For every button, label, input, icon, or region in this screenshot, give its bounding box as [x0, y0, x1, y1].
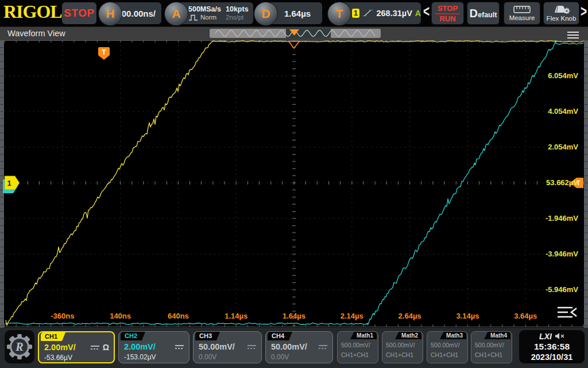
- oscilloscope-screen: RIGOL STOP 500.00ns/ H 500MSa/s Norm 10k…: [0, 0, 588, 368]
- time-label: 2.64µs: [399, 312, 421, 321]
- sound-muted-icon: [555, 332, 564, 340]
- voltage-label: 53.662µV: [546, 178, 578, 187]
- view-title-bar: Waveform View: [0, 26, 588, 40]
- top-bar: RIGOL STOP 500.00ns/ H 500MSa/s Norm 10k…: [0, 0, 588, 26]
- time-label: 3.64µs: [514, 312, 537, 321]
- ch4-scale: 50.00mV/: [271, 342, 307, 351]
- time-label: 140ns: [110, 312, 131, 321]
- math2-expression: CH1+CH1: [386, 351, 413, 358]
- trigger-source-badge: 1: [352, 9, 359, 18]
- delay-knob[interactable]: D: [254, 2, 278, 26]
- time-label: 3.14µs: [456, 312, 479, 321]
- ch1-tab[interactable]: CH1: [41, 332, 65, 341]
- svg-text:T: T: [102, 48, 106, 56]
- channel-box-ch1[interactable]: CH1 2.00mV/ Ω -53.66µV: [38, 331, 115, 363]
- acquisition-status: STOP: [62, 2, 96, 24]
- dc-coupling-icon: [318, 344, 328, 350]
- trigger-knob[interactable]: T: [327, 2, 351, 26]
- ch2-tab[interactable]: CH2: [121, 332, 145, 340]
- math2-scale: 500.00mV/: [386, 342, 415, 348]
- trigger-position-flag[interactable]: T: [98, 47, 110, 60]
- math1-expression: CH1+CH1: [341, 351, 369, 358]
- status-clock-panel[interactable]: LXI 15:36:58 2023/10/31: [519, 330, 585, 363]
- svg-text:R: R: [15, 340, 23, 353]
- collapse-labels-icon[interactable]: [557, 306, 580, 319]
- dc-coupling-icon: [175, 344, 184, 350]
- voltage-label: -1.946mV: [546, 214, 578, 223]
- math1-scale: 500.00mV/: [341, 342, 370, 348]
- math-box-math4[interactable]: Math4 500.00mV/ CH1+CH1: [471, 331, 512, 363]
- ch1-offset: -53.66µV: [44, 354, 72, 362]
- sample-rate: 500MSa/s: [188, 5, 221, 13]
- channel-box-ch3[interactable]: CH3 50.00mV/ 0.00V: [193, 331, 262, 363]
- brand-logo: RIGOL: [3, 1, 62, 22]
- memory-depth: 10kpts: [226, 5, 249, 13]
- rigol-gear-logo[interactable]: R: [5, 330, 34, 363]
- delay-center-indicator[interactable]: [289, 41, 299, 48]
- math-box-math3[interactable]: Math3 500.00mV/ CH1+CH1: [427, 331, 468, 363]
- stop-run-button[interactable]: STOP RUN: [431, 2, 464, 25]
- trigger-slope-icon: [362, 6, 373, 20]
- voltage-label: -5.946mV: [546, 285, 578, 294]
- math3-expression: CH1+CH1: [431, 351, 458, 358]
- toolbar-scroll-right-icon[interactable]: >: [581, 2, 587, 21]
- time-label: 1.64µs: [283, 312, 305, 321]
- timebase-value: 500.00ns/: [117, 9, 156, 18]
- ch2-scale: 2.00mV/: [124, 342, 156, 351]
- menu-icon[interactable]: [567, 30, 579, 40]
- math3-tab[interactable]: Math3: [440, 332, 466, 339]
- math4-expression: CH1+CH1: [475, 351, 502, 358]
- math1-tab[interactable]: Math1: [350, 332, 377, 339]
- gear-icon: R: [6, 334, 33, 360]
- voltage-label: 2.054mV: [548, 143, 578, 152]
- default-button[interactable]: D efault: [467, 2, 500, 25]
- channel-box-ch2[interactable]: CH2 2.00mV/ -153.02µV: [118, 331, 189, 363]
- ch3-tab[interactable]: CH3: [195, 332, 220, 340]
- toolbar-scroll-left-icon[interactable]: <: [423, 2, 430, 21]
- voltage-label: 6.054mV: [548, 71, 578, 80]
- math4-tab[interactable]: Math4: [484, 332, 510, 339]
- ch3-scale: 50.00mV/: [199, 342, 235, 351]
- trigger-mode: Norm: [200, 13, 216, 21]
- math-box-math2[interactable]: Math2 500.00mV/ CH1+CH1: [382, 331, 423, 363]
- time-label: -360ns: [51, 312, 74, 321]
- channel-status-bar: R CH1 2.00mV/ Ω -53.66µV CH2 2.00mV/: [0, 328, 588, 368]
- math2-tab[interactable]: Math2: [395, 332, 421, 339]
- time-per-point: 2ns/pt: [226, 13, 249, 21]
- waveform-display: 1TT 6.054mV4.054mV2.054mV53.662µV-1.946m…: [0, 40, 588, 328]
- trigger-level: 268.31µV: [376, 9, 412, 18]
- ch4-offset: 0.00V: [271, 353, 289, 361]
- voltage-label: -3.946mV: [546, 250, 578, 259]
- system-date: 2023/10/31: [531, 352, 573, 362]
- trigger-sweep-mode: A: [415, 9, 421, 18]
- lxi-label: LXI: [539, 332, 552, 341]
- math4-scale: 500.00mV/: [475, 342, 504, 348]
- dc-coupling-icon: [90, 344, 100, 351]
- ch1-position-marker[interactable]: 1: [5, 176, 20, 190]
- math-box-math1[interactable]: Math1 500.00mV/ CH1+CH1: [337, 331, 378, 363]
- ch2-offset: -153.02µV: [124, 353, 156, 361]
- view-title: Waveform View: [7, 29, 65, 38]
- time-label: 2.14µs: [341, 312, 363, 321]
- channel-box-ch4[interactable]: CH4 50.00mV/ 0.00V: [265, 331, 333, 363]
- time-label: 640ns: [168, 312, 189, 321]
- ch1-scale: 2.00mV/: [44, 343, 76, 352]
- knob-icon: [553, 5, 570, 14]
- delay-value: 1.64µs: [284, 9, 311, 18]
- ch3-offset: 0.00V: [199, 353, 216, 361]
- acquisition-knob[interactable]: A: [164, 2, 188, 26]
- system-time: 15:36:58: [534, 341, 570, 352]
- ch1-impedance: Ω: [103, 343, 109, 352]
- time-label: 1.14µs: [225, 312, 247, 321]
- svg-text:1: 1: [7, 179, 11, 187]
- measure-button[interactable]: Measure: [504, 2, 540, 25]
- graticule-canvas: 1TT: [0, 40, 588, 328]
- math3-scale: 500.00mV/: [431, 342, 460, 348]
- ch4-tab[interactable]: CH4: [268, 332, 292, 340]
- waveform-position-strip[interactable]: [210, 29, 381, 39]
- horizontal-knob[interactable]: H: [98, 2, 122, 26]
- ruler-icon: [513, 6, 531, 13]
- pulse-icon: [188, 14, 198, 21]
- dc-coupling-icon: [247, 344, 257, 350]
- flex-knob-button[interactable]: Flex Knob: [543, 2, 579, 25]
